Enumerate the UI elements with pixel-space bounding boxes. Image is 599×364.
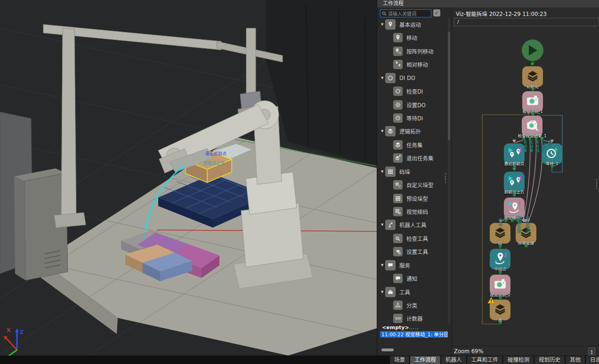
tree-group-3[interactable]: ▼码垛 <box>377 165 447 178</box>
graph-canvas[interactable]: 初始化视觉识别_1检查视觉结果_1J靠近抓取点等待_1J抓取点上方J视觉移动_1… <box>452 8 599 345</box>
tree-item-2-1[interactable]: 退出任务集 <box>377 151 447 165</box>
tree-item-label: 预设垛型 <box>406 195 428 202</box>
cabinet-front <box>14 176 25 280</box>
tree-group-2[interactable]: ▼逻辑拓扑 <box>377 125 447 138</box>
tree-item-0-0[interactable]: 移动 <box>377 31 447 44</box>
chevron-down-icon: ▼ <box>381 223 385 227</box>
workflow-node-mid[interactable]: J中间点 <box>490 249 510 269</box>
edge-label: 其他错误 <box>525 216 530 233</box>
move-icon: J <box>507 146 521 162</box>
tree-item-3-1[interactable]: 预设垛型 <box>377 192 447 205</box>
tab-bar-spacer <box>0 356 390 364</box>
play-icon <box>527 45 538 56</box>
zoom-spinner[interactable]: ▲▼ <box>588 348 595 356</box>
tree-item-0-2[interactable]: 相对移动 <box>377 58 447 71</box>
tab-5[interactable]: 规划历史 <box>534 356 565 364</box>
chevron-down-icon: ▼ <box>381 76 385 80</box>
tree-item-label: 检查DI <box>406 87 423 95</box>
pin-grid-icon <box>393 47 403 56</box>
tree-item-label: 相对移动 <box>406 61 428 68</box>
tree-group-6[interactable]: ▼工具 <box>377 285 447 299</box>
tree-group-5[interactable]: ▼服务 <box>377 259 447 272</box>
tab-3[interactable]: 工具和工件 <box>467 356 503 364</box>
counter-icon: 123 <box>393 314 403 323</box>
tree-item-label: 通知 <box>406 275 417 282</box>
tree-group-label: 服务 <box>399 261 410 269</box>
chevron-down-icon: ▼ <box>381 23 385 26</box>
workflow-node-vision1[interactable]: 视觉识别_1 <box>522 91 543 112</box>
tree-item-4-1[interactable]: 设置工具 <box>377 245 447 258</box>
node-label: 视觉识别_2 <box>472 292 528 297</box>
node-label: 视觉移动_1 <box>486 214 542 220</box>
tree-item-1-2[interactable]: 等待DI <box>377 111 447 125</box>
tree-group-4[interactable]: ▼机器人工具 <box>377 218 447 231</box>
tree-item-4-0[interactable]: 检查工具 <box>377 232 447 245</box>
tree-item-3-2[interactable]: 视觉续码 <box>377 205 447 218</box>
node-label: 等待_1 <box>524 160 580 166</box>
search-filter-checkbox[interactable]: ✓ <box>433 9 440 16</box>
workflow-node-vismove[interactable]: J视觉移动_1 <box>504 198 525 218</box>
bubble-icon <box>393 274 403 283</box>
chevron-down-icon: ▼ <box>381 170 385 174</box>
workflow-node-place[interactable]: 放 <box>490 300 510 320</box>
tree-item-1-1[interactable]: 设置DO <box>377 98 447 111</box>
workflow-node-vision2[interactable]: 视觉识别_2 <box>490 275 510 295</box>
tree-item-5-0[interactable]: 通知 <box>377 272 447 285</box>
tree-item-label: 移动 <box>406 34 417 41</box>
tree-item-label: 退出任务集 <box>406 154 434 162</box>
status-message[interactable]: 11:00:22 视觉移动_1: 单分区方形 <box>380 331 448 338</box>
tree-item-label: 按阵列移动 <box>406 47 434 55</box>
tree-item-label: 设置DO <box>406 101 426 109</box>
layers-exit-icon <box>393 153 403 163</box>
chevron-down-icon: ▼ <box>381 290 385 294</box>
node-label: 抓取点上方 <box>486 189 542 194</box>
3d-viewport[interactable]: 靠近抓取点 抓取点上方 Z X <box>0 0 377 356</box>
tree-item-1-0[interactable]: 检查DI <box>377 85 447 98</box>
start-node[interactable] <box>522 40 543 61</box>
search-input[interactable]: 请输入关键词 <box>380 9 431 17</box>
node-label: 中间点 <box>472 266 528 271</box>
tree-item-6-1[interactable]: 123计数器 <box>377 312 447 324</box>
camera-check-icon <box>525 118 539 134</box>
tab-2[interactable]: 机器人 <box>441 356 466 364</box>
tree-item-3-0[interactable]: 自定义垛型 <box>377 178 447 191</box>
camera-icon <box>493 277 507 293</box>
circle-ring-icon <box>393 100 403 110</box>
svg-text:J: J <box>518 200 520 206</box>
node-label: 放 <box>472 317 528 322</box>
workflow-node-above[interactable]: J抓取点上方 <box>504 172 525 192</box>
tree-group-1[interactable]: ▼DI DO <box>377 71 447 85</box>
vertical-splitter-handle[interactable] <box>445 173 446 183</box>
workflow-node-approach[interactable]: J靠近抓取点 <box>504 143 525 164</box>
panel-title: 工作流程 <box>377 0 599 8</box>
workflow-node-init[interactable]: 初始化 <box>522 66 543 87</box>
edge-label: 未完成 <box>534 140 540 153</box>
tree-group-label: DI DO <box>399 75 415 81</box>
tree-item-6-0[interactable]: 分类 <box>377 299 447 312</box>
tab-0[interactable]: 场景 <box>390 356 409 364</box>
tree-item-label: 设置工具 <box>406 248 428 255</box>
tab-4[interactable]: 碰撞检测 <box>503 356 534 364</box>
tree-group-0[interactable]: ▼基本运动 <box>377 18 447 31</box>
circle-icon <box>385 73 396 83</box>
tree-group-label: 基本运动 <box>399 21 421 28</box>
tree-item-0-1[interactable]: 按阵列移动 <box>377 45 447 58</box>
tree-scrollbar[interactable] <box>448 18 450 324</box>
node-port[interactable] <box>531 62 534 65</box>
circle-check-icon <box>393 87 403 96</box>
warning-icon <box>487 297 495 306</box>
layers-icon <box>393 140 403 150</box>
tab-6[interactable]: 其他 <box>566 356 585 364</box>
panel-edge-handle[interactable] <box>596 179 597 189</box>
tab-1[interactable]: 工作流程 <box>410 356 440 364</box>
grid-custom-icon <box>393 180 403 190</box>
node-label: 视觉识别_1 <box>504 108 561 114</box>
toolbox-icon <box>385 287 396 297</box>
tree-item-2-0[interactable]: 任务集 <box>377 138 447 151</box>
tool-set-icon <box>393 247 403 256</box>
tab-7[interactable]: 日志 <box>586 356 599 364</box>
workflow-node-check[interactable]: 检查视觉结果_1 <box>522 116 542 136</box>
edge-label: 已完成 <box>541 140 546 153</box>
tree-item-label: 任务集 <box>406 141 423 149</box>
grid-eye-icon <box>393 207 403 216</box>
